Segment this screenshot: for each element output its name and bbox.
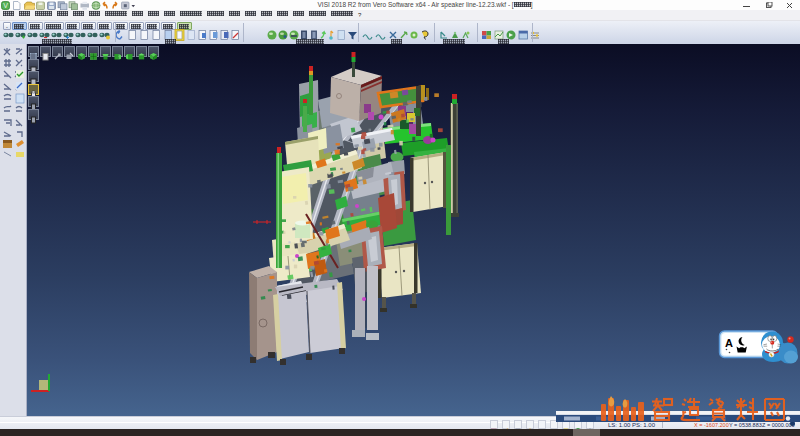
svg-text:A: A [725, 337, 733, 349]
